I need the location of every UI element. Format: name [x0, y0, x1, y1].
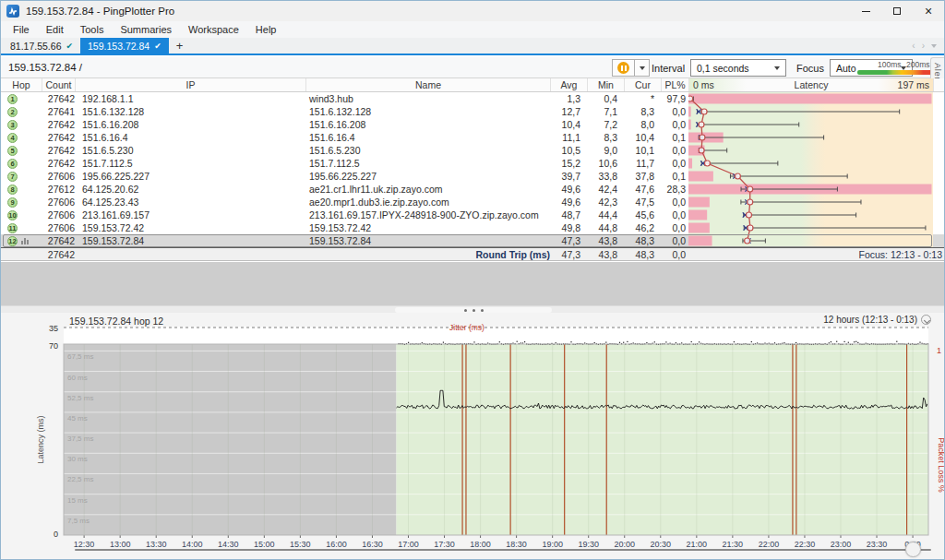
avg-marker: [688, 96, 693, 101]
column-header-ip[interactable]: IP: [75, 78, 305, 91]
time-tick-label: 23:00: [831, 540, 852, 549]
pane-splitter[interactable]: [1, 305, 944, 313]
close-icon: ×: [925, 4, 932, 18]
menu-item-summaries[interactable]: Summaries: [112, 21, 180, 38]
menu-item-file[interactable]: File: [5, 21, 38, 38]
cur-cell: 47,6: [624, 183, 661, 196]
avg-marker: [748, 225, 753, 231]
name-cell: 159.153.72.84: [305, 234, 550, 247]
timeline-graphed-icon: [21, 237, 29, 244]
column-header-count[interactable]: Count: [42, 78, 75, 91]
hop-cell: 7: [1, 170, 42, 183]
timeline-scrollbar-track[interactable]: [75, 549, 931, 551]
pl-cell: 0,1: [661, 131, 688, 144]
count-cell: 27606: [42, 221, 75, 234]
window-controls: ×: [850, 1, 944, 21]
svg-text:67,5 ms: 67,5 ms: [67, 352, 93, 361]
ip-cell: 151.6.16.208: [75, 118, 305, 131]
hop-cell: 9: [1, 196, 42, 209]
hop-cell: 8: [1, 183, 42, 196]
menu-item-edit[interactable]: Edit: [38, 21, 72, 38]
app-window: 159.153.72.84 - PingPlotter Pro × FileEd…: [0, 0, 945, 560]
tab-list-icon[interactable]: [931, 44, 937, 48]
timeline-range-selector[interactable]: 12 hours (12:13 - 0:13): [823, 315, 931, 325]
hop-cell: 2: [1, 105, 42, 118]
loss-bar: [688, 197, 710, 208]
tab-81.17.55.66[interactable]: 81.17.55.66✔: [3, 38, 80, 54]
pl-cell: 0,0: [661, 105, 688, 118]
graph-header-0ms: 0 ms: [689, 78, 747, 91]
window-title: 159.153.72.84 - PingPlotter Pro: [26, 6, 174, 17]
min-cell: 9,0: [587, 144, 624, 157]
loss-bar: [688, 210, 707, 220]
name-cell: 213.161.69.157.IPYX-248918-900-ZYO.zip.z…: [305, 209, 550, 221]
tab-scroll-right-icon[interactable]: ›: [922, 41, 925, 51]
column-header-hop[interactable]: Hop: [1, 78, 42, 91]
menu-item-tools[interactable]: Tools: [72, 21, 113, 38]
min-cell: 44,4: [587, 209, 624, 221]
scale-100ms-label: 100ms: [878, 60, 902, 69]
avg-cell: 49,8: [550, 221, 587, 234]
time-tick-label: 14:30: [218, 540, 239, 549]
pause-button[interactable]: [612, 59, 635, 77]
timeline-graph[interactable]: 35Jitter (ms)67,5 ms60 ms52,5 ms45 ms37,…: [1, 313, 945, 560]
hop-number-badge: 4: [7, 133, 18, 143]
loss-bar: [688, 94, 932, 104]
name-cell: 159.153.72.42: [305, 221, 550, 234]
cur-cell: 8,0: [624, 118, 661, 131]
minimize-button[interactable]: [850, 1, 881, 21]
avg-marker: [745, 238, 750, 244]
pause-dropdown-button[interactable]: [635, 59, 650, 77]
chevron-down-icon: [774, 66, 780, 70]
minmax-whisker: [744, 213, 856, 218]
time-tick-label: 15:00: [254, 540, 275, 549]
tab-159.153.72.84[interactable]: 159.153.72.84✔: [80, 38, 169, 54]
interval-select[interactable]: 0,1 seconds: [690, 59, 786, 77]
hop-number-badge: 8: [7, 185, 18, 195]
column-header-avg[interactable]: Avg: [550, 78, 587, 91]
time-tick-label: 23:30: [867, 540, 888, 549]
count-cell: 27606: [42, 196, 75, 209]
focus-value: Auto: [836, 63, 856, 74]
packet-loss-max-label: 1: [937, 346, 941, 355]
svg-text:70: 70: [49, 341, 58, 351]
minmax-whisker: [744, 226, 926, 231]
ip-cell: 151.6.16.4: [75, 131, 305, 144]
tab-label: 159.153.72.84: [88, 41, 150, 52]
pl-cell: 0,0: [661, 144, 688, 157]
column-header-cur[interactable]: Cur: [624, 78, 661, 91]
pl-cell: 28,3: [661, 183, 688, 196]
tabs-container: 81.17.55.66✔159.153.72.84✔: [3, 38, 169, 54]
pause-control: [612, 59, 650, 77]
title-bar: 159.153.72.84 - PingPlotter Pro ×: [1, 1, 944, 21]
column-header-min[interactable]: Min: [587, 78, 624, 91]
maximize-button[interactable]: [881, 1, 913, 21]
close-button[interactable]: ×: [913, 1, 944, 21]
timeline-scrollbar-handle[interactable]: [905, 542, 921, 557]
menu-item-workspace[interactable]: Workspace: [180, 21, 247, 38]
menu-item-help[interactable]: Help: [247, 21, 285, 38]
tab-scroll-left-icon[interactable]: ‹: [912, 41, 915, 51]
avg-cell: 49,6: [550, 183, 587, 196]
new-tab-button[interactable]: +: [169, 38, 191, 54]
minimize-icon: [862, 11, 870, 12]
min-cell: 42,4: [587, 183, 624, 196]
hop-cell: 5: [1, 144, 42, 157]
pl-cell: 0,0: [661, 234, 688, 247]
column-header-name[interactable]: Name: [305, 78, 550, 91]
pause-icon: [617, 62, 629, 74]
time-tick-label: 19:30: [578, 540, 599, 549]
ip-cell: 151.6.5.230: [75, 144, 305, 157]
hop-number-badge: 11: [7, 223, 18, 233]
cur-cell: 8,3: [624, 105, 661, 118]
time-tick-label: 21:00: [687, 540, 708, 549]
cur-cell: 46,2: [624, 221, 661, 234]
focus-label: Focus: [796, 63, 824, 74]
cur-cell: 10,1: [624, 144, 661, 157]
timeline-range-label: 12 hours (12:13 - 0:13): [823, 315, 917, 325]
column-header-pl[interactable]: PL%: [661, 78, 688, 91]
hop-cell: 12: [1, 234, 42, 247]
count-cell: 27606: [42, 170, 75, 183]
avg-cell: 12,7: [550, 105, 587, 118]
min-cell: 42,3: [587, 196, 624, 209]
